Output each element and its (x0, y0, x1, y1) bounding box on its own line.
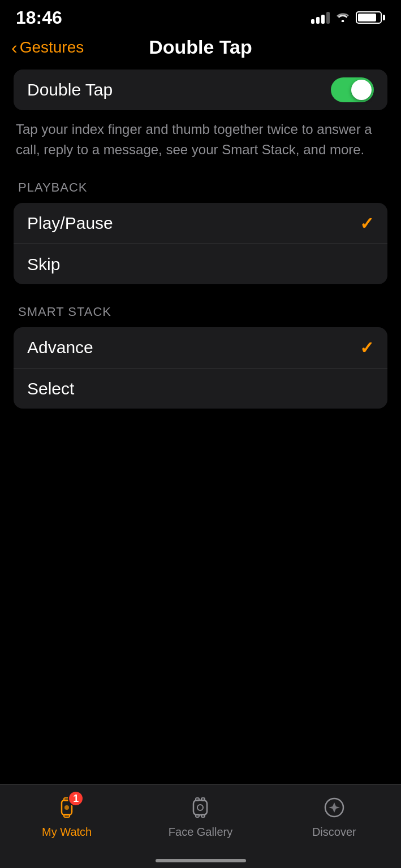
tab-discover[interactable]: Discover (268, 793, 401, 839)
toggle-thumb (351, 80, 372, 100)
play-pause-checkmark: ✓ (360, 214, 374, 233)
smart-stack-option-advance[interactable]: Advance ✓ (14, 327, 387, 368)
my-watch-badge: 1 (68, 791, 84, 806)
svg-rect-8 (201, 814, 205, 817)
status-time: 18:46 (16, 7, 62, 28)
select-label: Select (27, 379, 74, 398)
svg-point-3 (64, 805, 69, 810)
battery-icon (356, 11, 385, 24)
svg-rect-2 (64, 814, 70, 817)
my-watch-tab-label: My Watch (42, 826, 92, 839)
page-title: Double Tap (149, 36, 252, 58)
back-chevron-icon: ‹ (11, 38, 18, 57)
double-tap-toggle-row[interactable]: Double Tap (27, 70, 374, 110)
face-gallery-tab-label: Face Gallery (169, 826, 232, 839)
signal-bars-icon (311, 11, 330, 24)
playback-section-header: PLAYBACK (14, 180, 387, 195)
svg-rect-6 (201, 798, 205, 801)
double-tap-description: Tap your index finger and thumb together… (14, 119, 387, 160)
play-pause-label: Play/Pause (27, 214, 113, 233)
advance-checkmark: ✓ (360, 338, 374, 358)
svg-rect-7 (196, 814, 199, 817)
playback-option-skip[interactable]: Skip (14, 244, 387, 284)
discover-icon-wrap (320, 793, 349, 822)
double-tap-label: Double Tap (27, 80, 113, 99)
svg-rect-5 (196, 798, 199, 801)
double-tap-card: Double Tap (14, 70, 387, 110)
discover-icon (322, 795, 347, 820)
nav-bar: ‹ Gestures Double Tap (0, 31, 401, 70)
svg-marker-11 (329, 802, 340, 813)
my-watch-icon-wrap: 1 (52, 793, 81, 822)
playback-option-play-pause[interactable]: Play/Pause ✓ (14, 203, 387, 244)
svg-rect-4 (193, 800, 207, 815)
face-gallery-icon-wrap (186, 793, 215, 822)
smart-stack-section-header: SMART STACK (14, 305, 387, 319)
tab-my-watch[interactable]: 1 My Watch (0, 793, 133, 839)
smart-stack-options-card: Advance ✓ Select (14, 327, 387, 409)
tab-face-gallery[interactable]: Face Gallery (133, 793, 267, 839)
status-bar: 18:46 (0, 0, 401, 31)
discover-tab-label: Discover (312, 826, 356, 839)
svg-point-9 (197, 805, 203, 810)
playback-options-card: Play/Pause ✓ Skip (14, 203, 387, 284)
content-area: Double Tap Tap your index finger and thu… (0, 70, 401, 409)
double-tap-toggle[interactable] (331, 77, 374, 102)
back-button[interactable]: ‹ Gestures (11, 38, 84, 57)
face-gallery-icon (188, 795, 213, 820)
advance-label: Advance (27, 338, 93, 357)
back-label: Gestures (20, 38, 84, 57)
tab-bar: 1 My Watch Face Gallery Discover (0, 784, 401, 868)
status-icons (311, 11, 385, 24)
skip-label: Skip (27, 255, 60, 274)
home-indicator (156, 859, 246, 862)
smart-stack-option-select[interactable]: Select (14, 368, 387, 409)
wifi-icon (335, 11, 350, 24)
